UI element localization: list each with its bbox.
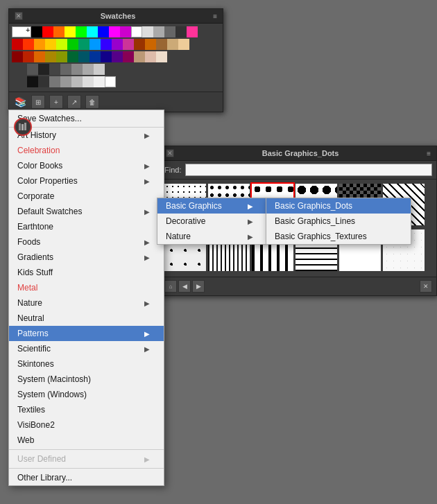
swatch-hotpink[interactable] (187, 26, 198, 37)
menu-item-neutral[interactable]: Neutral (9, 311, 164, 326)
delete-swatch-button[interactable]: 🗑 (85, 95, 99, 109)
swatch-darkslate[interactable] (49, 64, 60, 75)
submenu-item-dots[interactable]: Basic Graphics_Dots (266, 198, 411, 214)
menu-item-other-library[interactable]: Other Library... (9, 470, 164, 485)
swatch-darkviolet[interactable] (112, 51, 123, 62)
menu-item-skintones[interactable]: Skintones (9, 356, 164, 372)
swatch-darkpink[interactable] (123, 51, 134, 62)
swatch-peach[interactable] (178, 39, 189, 50)
swatch-darkgray[interactable] (164, 26, 175, 37)
menu-item-kids-stuff[interactable]: Kids Stuff (9, 265, 164, 280)
swatch-grayb[interactable] (71, 76, 83, 87)
menu-item-nature[interactable]: Nature ▶ (9, 295, 164, 311)
swatch-gray1[interactable] (27, 64, 38, 75)
menu-item-scientific[interactable]: Scientific ▶ (9, 341, 164, 356)
swatch-green[interactable] (76, 26, 87, 37)
dots-menu-button[interactable]: ≡ (427, 150, 431, 157)
menu-item-web[interactable]: Web (9, 433, 164, 448)
menu-item-textiles[interactable]: Textiles (9, 402, 164, 417)
nav-next-button[interactable]: ▶ (192, 280, 205, 293)
swatch-grayd[interactable] (83, 76, 94, 87)
swatch-darkerblue[interactable] (175, 26, 187, 37)
swatch-gray7[interactable] (49, 76, 60, 87)
menu-item-default-swatches[interactable]: Default Swatches ▶ (9, 204, 164, 219)
menu-item-color-books[interactable]: Color Books ▶ (9, 158, 164, 173)
nav-prev-button[interactable]: ◀ (178, 280, 191, 293)
swatch-magenta[interactable] (109, 26, 120, 37)
swatch-orange[interactable] (53, 26, 65, 37)
swatch-sandybrown[interactable] (167, 39, 178, 50)
swatch-olive[interactable] (45, 51, 56, 62)
swatch-green2[interactable] (67, 39, 78, 50)
swatch-lightsilver[interactable] (94, 64, 105, 75)
swatch-yellow[interactable] (65, 26, 76, 37)
swatch-burnt[interactable] (34, 51, 45, 62)
swatch-black[interactable] (31, 26, 42, 37)
swatch-lib-icon[interactable]: 📚 (13, 95, 27, 109)
swatch-purple[interactable] (120, 26, 131, 37)
submenu-item-basic-graphics[interactable]: Basic Graphics ▶ (157, 198, 267, 214)
nav-home-button[interactable]: ⌂ (164, 280, 177, 293)
swatch-gold[interactable] (45, 39, 56, 50)
swatch-violet[interactable] (112, 39, 123, 50)
menu-item-earthtone[interactable]: Earthtone (9, 219, 164, 234)
menu-item-system-mac[interactable]: System (Macintosh) (9, 372, 164, 387)
swatch-skyblue[interactable] (89, 39, 101, 50)
swatch-none[interactable] (12, 26, 31, 37)
menu-item-system-win[interactable]: System (Windows) (9, 387, 164, 402)
menu-item-color-properties[interactable]: Color Properties ▶ (9, 173, 164, 189)
swatch-gray9[interactable] (60, 76, 71, 87)
swatch-gridbg[interactable] (12, 64, 27, 75)
swatches-library-circle-icon[interactable] (14, 118, 32, 136)
submenu-item-lines[interactable]: Basic Graphics_Lines (266, 214, 411, 229)
close-button[interactable]: ✕ (15, 12, 23, 20)
submenu-item-textures[interactable]: Basic Graphics_Textures (266, 229, 411, 244)
submenu-item-decorative[interactable]: Decorative ▶ (157, 214, 267, 229)
swatches-menu-button[interactable]: ≡ (213, 12, 217, 20)
swatch-slategray[interactable] (60, 64, 71, 75)
swatch-red2[interactable] (23, 39, 34, 50)
menu-item-corporate[interactable]: Corporate (9, 189, 164, 204)
swatch-indigo[interactable] (101, 39, 112, 50)
swatch-brick[interactable] (23, 51, 34, 62)
swatch-nearwhite[interactable] (94, 76, 105, 87)
swatch-brown[interactable] (134, 39, 145, 50)
swatch-cream[interactable] (156, 51, 167, 62)
swatch-cyan[interactable] (87, 26, 98, 37)
menu-item-visibone2[interactable]: VisiBone2 (9, 417, 164, 433)
swatch-khaki[interactable] (134, 51, 145, 62)
new-color-group-button[interactable]: ⊞ (31, 95, 45, 109)
new-swatch-button[interactable]: + (49, 95, 63, 109)
swatch-sienna[interactable] (145, 39, 156, 50)
swatch-teal[interactable] (78, 39, 89, 50)
swatch-moss[interactable] (56, 51, 67, 62)
swatch-blue[interactable] (98, 26, 109, 37)
save-swatches-menu-item[interactable]: Save Swatches... (9, 110, 164, 128)
submenu-item-nature[interactable]: Nature ▶ (157, 229, 267, 244)
swatch-charcoal[interactable] (38, 76, 49, 87)
swatch-nearblack[interactable] (38, 64, 49, 75)
swatch-midgray[interactable] (71, 64, 83, 75)
swatch-darkred[interactable] (12, 39, 23, 50)
swatch-tan[interactable] (156, 39, 167, 50)
swatch-amber[interactable] (34, 39, 45, 50)
swatch-silver[interactable] (83, 64, 94, 75)
menu-item-art-history[interactable]: Art History ▶ (9, 128, 164, 143)
find-input[interactable] (185, 164, 432, 176)
swatch-navy[interactable] (89, 51, 101, 62)
swatch-pink[interactable] (123, 39, 134, 50)
menu-item-metal[interactable]: Metal (9, 280, 164, 295)
swatch-gray[interactable] (153, 26, 164, 37)
swatch-almostblack[interactable] (27, 76, 38, 87)
swatch-white[interactable] (131, 26, 142, 37)
swatch-white2[interactable] (105, 76, 116, 87)
swatch-lightgray[interactable] (142, 26, 153, 37)
swatch-maroon[interactable] (12, 51, 23, 62)
swatch-forest[interactable] (67, 51, 78, 62)
swatch-darkblue[interactable] (101, 51, 112, 62)
swatch-red[interactable] (42, 26, 53, 37)
swatch-gridbg2[interactable] (12, 76, 27, 87)
menu-item-foods[interactable]: Foods ▶ (9, 234, 164, 250)
swatch-linen[interactable] (145, 51, 156, 62)
menu-item-celebration[interactable]: Celebration (9, 143, 164, 158)
